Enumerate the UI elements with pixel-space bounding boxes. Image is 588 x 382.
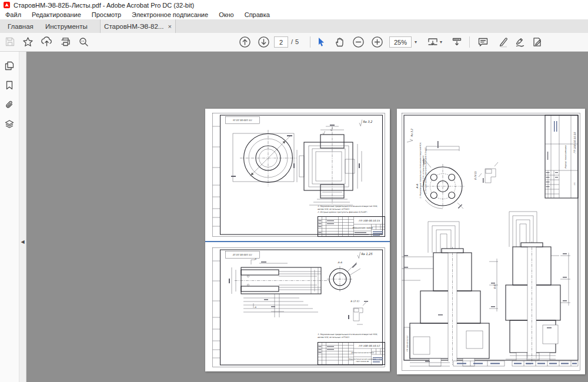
zoom-menu-caret-icon[interactable]: ▾ [412,33,419,50]
svg-text:Ra 3,2: Ra 3,2 [363,120,373,123]
bookmarks-icon[interactable] [2,78,16,92]
zoom-level-input[interactable]: 25% [389,36,412,48]
toolbar-separator [310,36,310,48]
pdf-page-right[interactable]: ГП 100-00.10.10 Ra 3,2 1. Неуказанные пр… [397,109,585,374]
panel-strip: ◀ [19,52,26,382]
sheet1-note-line3: 2. Острые кромки притупить фасками 0,5×4… [318,211,368,213]
tab-home[interactable]: Главная [8,19,34,33]
highlight-button[interactable] [495,33,512,50]
sheet3-note-line1: 1. Неуказанные предельные отклонения отв… [419,142,422,199]
zoom-in-button[interactable] [369,33,385,50]
sheet3-right-section: Б-Б [493,242,571,364]
sheet1-front-view [231,130,296,186]
sheet3-corner-label: ГП 100-00.10.10 [406,336,409,352]
svg-text:Б (4:1): Б (4:1) [474,171,477,180]
sheet3-title-block: ГП 100-00.10.10 Корпус токосъемника 1:1 [545,115,578,198]
sheet2-drawing: ГП 100-00.10.12 А А [205,242,390,371]
svg-text:Б-Б: Б-Б [493,284,496,289]
sheet2-note-line1: 1. Неуказанные предельные отклонения отв… [318,333,377,336]
save-button[interactable] [2,33,18,50]
tab-close-icon[interactable]: × [168,23,171,30]
page-thumbnails-icon[interactable] [2,59,16,73]
sheet3-designation: ГП 100-00.10.10 [573,132,576,153]
scroll-mode-button[interactable] [449,33,465,50]
collapse-panel-icon[interactable]: ◀ [19,237,26,246]
menu-item-view[interactable]: Просмотр [86,11,126,18]
fit-menu-caret-icon[interactable]: ▾ [437,33,445,50]
page-number-input[interactable]: 2 [274,36,288,48]
sheet2-material-line2: ГОСТ 20419-83 [356,360,369,363]
titlebar: СтаровНМ-Э8-82Б-Листы.pdf - Adobe Acroba… [0,0,588,10]
toolbar-separator [469,36,470,48]
search-button[interactable] [75,33,92,50]
page-count-label: /5 [291,36,299,46]
svg-text:Б (2:1): Б (2:1) [350,300,359,303]
svg-text:А-А: А-А [416,184,419,188]
acrobat-logo-icon [4,2,10,8]
sheet3-drawing: ГП 100-00.10.10 Ra 3,2 1. Неуказанные пр… [397,109,585,374]
sheet2-main-view: А А [229,257,329,317]
sheet1-section-view [293,125,362,205]
tabbar: Главная Инструменты СтаровНМ-Э8-82... × [0,19,588,33]
previous-page-button[interactable] [236,33,253,50]
sheet1-title-block: ГП 100-00.10.15 Нажимная гайка 1:1 [318,217,385,237]
menu-item-edit[interactable]: Редактирование [26,11,86,18]
menu-item-esign[interactable]: Электронное подписание [126,11,213,18]
fill-sign-button[interactable] [529,33,545,50]
svg-text:А-А: А-А [338,261,342,264]
acrobat-window: СтаровНМ-Э8-82Б-Листы.pdf - Adobe Acroba… [0,0,588,382]
next-page-button[interactable] [255,33,272,50]
zoom-out-button[interactable] [350,33,366,50]
sheet3-detail-b: Б (4:1) [474,162,499,183]
sheet1-corner-label: ГП 100-00.10.15 [233,119,252,122]
sheet2-detail-b: Б (2:1) [348,300,368,324]
star-button[interactable] [19,33,36,50]
comment-button[interactable] [475,33,491,50]
sheet3-left-section [402,247,498,366]
sheet3-note-line3: 2. Острые кромки притупить фасками 0,5×4… [425,147,427,194]
sheet1-note-line1: 1. Неуказанные предельные отклонения отв… [318,205,377,207]
page-canvas[interactable]: ГП 100-00.10.15 [26,52,588,382]
sheet1-drawing: ГП 100-00.10.15 [205,109,390,241]
menubar: Файл Редактирование Просмотр Электронное… [0,10,588,19]
navigation-pane [0,52,19,382]
sheet3-scale: 1:1 [573,183,576,186]
sheet3-part-name: Корпус токосъемника [564,145,567,168]
sheet2-note-line2: валов h14, остальных ±IT14/2. [318,336,350,339]
tab-tools[interactable]: Инструменты [45,19,88,33]
document-body: ◀ ГП 100-00.10 [0,52,588,382]
sign-button[interactable] [512,33,528,50]
sheet1-part-name: Нажимная гайка [352,226,373,229]
svg-text:А: А [255,257,256,260]
layers-icon[interactable] [2,117,16,131]
pdf-page-left[interactable]: ГП 100-00.10.15 [205,109,390,371]
menu-item-help[interactable]: Справка [239,11,275,18]
svg-text:Ra 3,2: Ra 3,2 [410,129,413,137]
print-button[interactable] [57,33,74,50]
sheet1-designation: ГП 100-00.10.15 [359,219,380,222]
tab-document[interactable]: СтаровНМ-Э8-82... × [100,19,176,33]
menu-item-file[interactable]: Файл [0,11,26,18]
window-title: СтаровНМ-Э8-82Б-Листы.pdf - Adobe Acroba… [14,2,194,9]
sheet2-designation: ГП 100-00.10.12 [359,344,380,347]
attachments-icon[interactable] [2,98,16,112]
sheet1-note-line2: валов h14, остальных ±IT14/2. [318,208,350,210]
select-tool-button[interactable] [313,33,329,50]
tab-document-label: СтаровНМ-Э8-82... [104,23,163,30]
share-upload-icon[interactable] [38,33,55,50]
sheet2-corner-label: ГП 100-00.10.12 [233,253,252,256]
sheet2-part-name: Диэлектрическая вставка [351,351,374,354]
sheet2-title-block: ГП 100-00.10.12 Диэлектрическая вставка … [318,343,385,365]
svg-text:А: А [255,306,256,309]
sheet1-roughness: Ra 3,2 [359,120,373,126]
toolbar: 2 /5 25% ▾ ▾ [0,33,588,52]
sheet3-roughness: Ra 3,2 [407,129,413,142]
left-stamp-cells [213,126,220,226]
sheet2-roughness: Ra 1,25 [358,252,373,259]
sheet2-section-aa: А-А [327,261,360,292]
svg-text:Ra 1,25: Ra 1,25 [361,252,373,256]
hand-tool-button[interactable] [331,33,348,50]
menu-item-window[interactable]: Окно [213,11,239,18]
